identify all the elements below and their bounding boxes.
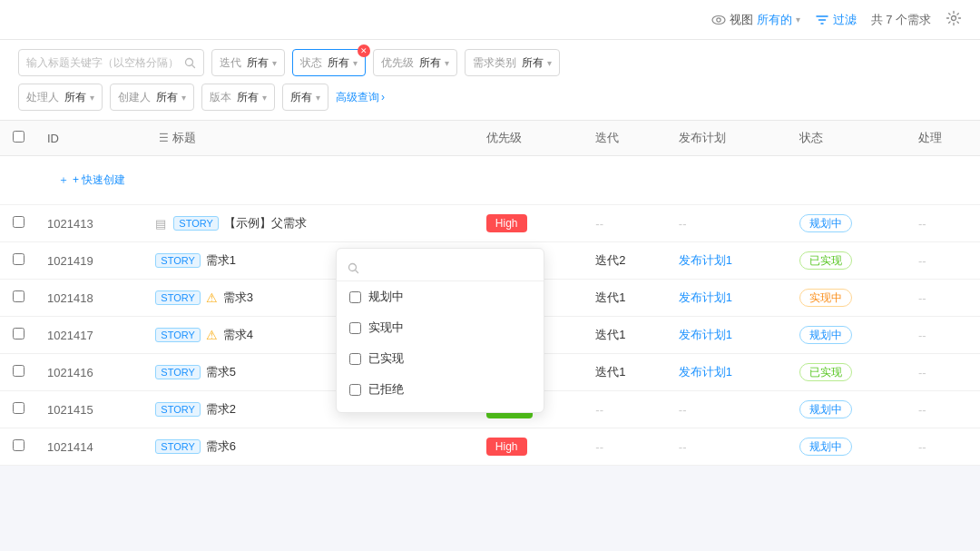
row-release: -- bbox=[668, 391, 789, 428]
row-status: 规划中 bbox=[789, 391, 907, 428]
story-badge: STORY bbox=[155, 328, 201, 342]
filter-button[interactable]: 过滤 bbox=[815, 12, 857, 28]
row-checkbox[interactable] bbox=[13, 402, 24, 414]
handler-arrow: ▾ bbox=[90, 93, 94, 103]
keyword-placeholder: 输入标题关键字（以空格分隔） bbox=[26, 55, 179, 71]
row-status: 规划中 bbox=[789, 317, 907, 354]
dropdown-search-input[interactable] bbox=[365, 261, 533, 275]
dropdown-option-label: 实现中 bbox=[368, 320, 404, 336]
row-priority: High bbox=[475, 428, 584, 466]
advanced-query-button[interactable]: 高级查询 › bbox=[336, 90, 385, 105]
dropdown-option-label: 已拒绝 bbox=[368, 381, 404, 398]
table-header: ID ☰ 标题 优先级 迭代 发布计划 状态 处理 bbox=[0, 121, 980, 156]
handler-filter[interactable]: 处理人 所有 ▾ bbox=[18, 84, 103, 111]
filter-label: 过滤 bbox=[833, 12, 857, 28]
row-status: 规划中 bbox=[789, 205, 907, 242]
requirements-table: ID ☰ 标题 优先级 迭代 发布计划 状态 处理 bbox=[0, 121, 980, 466]
row-release: 发布计划1 bbox=[668, 317, 789, 354]
quick-create-button[interactable]: ＋ + 快速创建 bbox=[47, 165, 969, 195]
row-checkbox[interactable] bbox=[13, 253, 24, 265]
top-bar: 视图 所有的 ▾ 过滤 共 7 个需求 bbox=[0, 0, 980, 40]
row-iteration: 迭代1 bbox=[584, 354, 668, 391]
creator-arrow: ▾ bbox=[181, 93, 186, 103]
type-value: 所有 bbox=[522, 55, 544, 71]
creator-filter[interactable]: 创建人 所有 ▾ bbox=[110, 84, 194, 111]
row-title-cell: STORY 需求6 bbox=[144, 428, 421, 466]
iteration-label: 迭代 bbox=[220, 55, 241, 71]
view-arrow: ▾ bbox=[796, 15, 800, 25]
handler-value: 所有 bbox=[64, 90, 86, 105]
row-title: 需求6 bbox=[206, 438, 236, 455]
select-all-checkbox[interactable] bbox=[13, 131, 24, 143]
col-spacer bbox=[421, 121, 475, 156]
dropdown-option[interactable]: 已拒绝 bbox=[337, 374, 544, 405]
gear-button[interactable] bbox=[946, 10, 962, 29]
keyword-input[interactable]: 输入标题关键字（以空格分隔） bbox=[18, 49, 204, 76]
row-iteration: 迭代2 bbox=[584, 242, 668, 280]
search-icon bbox=[184, 57, 196, 69]
iteration-arrow: ▾ bbox=[272, 58, 277, 68]
extra-filter[interactable]: 所有 ▾ bbox=[282, 84, 328, 111]
filter-row2: 处理人 所有 ▾ 创建人 所有 ▾ 版本 所有 ▾ 所有 ▾ 高级查询 › bbox=[18, 84, 962, 111]
status-filter[interactable]: 状态 所有 ▾ ✕ bbox=[292, 49, 366, 76]
quick-create-row[interactable]: ＋ + 快速创建 bbox=[0, 156, 980, 205]
dropdown-option[interactable]: 实现中 bbox=[337, 312, 544, 343]
type-filter[interactable]: 需求类别 所有 ▾ bbox=[465, 49, 560, 76]
row-status: 规划中 bbox=[789, 428, 907, 466]
svg-point-1 bbox=[716, 17, 720, 21]
row-checkbox[interactable] bbox=[13, 328, 24, 339]
row-checkbox[interactable] bbox=[13, 216, 24, 228]
col-handler: 处理 bbox=[907, 121, 980, 156]
row-release: 发布计划1 bbox=[668, 354, 789, 391]
row-title: 需求3 bbox=[223, 290, 253, 306]
row-checkbox[interactable] bbox=[13, 365, 24, 377]
story-badge: STORY bbox=[155, 290, 201, 305]
row-checkbox[interactable] bbox=[13, 290, 24, 302]
count-text: 共 7 个需求 bbox=[871, 12, 931, 28]
dropdown-option[interactable]: 已实现 bbox=[337, 343, 544, 374]
status-value: 所有 bbox=[328, 55, 349, 71]
dropdown-option-checkbox[interactable] bbox=[349, 322, 361, 334]
dropdown-option-checkbox[interactable] bbox=[349, 353, 361, 365]
col-id: ID bbox=[36, 121, 144, 156]
row-handler: -- bbox=[907, 242, 980, 280]
view-toggle[interactable]: 视图 所有的 ▾ bbox=[711, 12, 800, 28]
story-badge: STORY bbox=[155, 365, 201, 379]
row-handler: -- bbox=[907, 391, 980, 428]
dropdown-option-checkbox[interactable] bbox=[349, 291, 361, 303]
iteration-filter[interactable]: 迭代 所有 ▾ bbox=[211, 49, 285, 76]
dropdown-option[interactable]: 规划中 bbox=[337, 281, 544, 312]
col-release: 发布计划 bbox=[668, 121, 789, 156]
row-title: 需求2 bbox=[206, 401, 236, 418]
advanced-label: 高级查询 bbox=[336, 90, 379, 105]
row-id: 1021418 bbox=[36, 280, 144, 317]
row-id: 1021417 bbox=[36, 317, 144, 354]
status-arrow: ▾ bbox=[353, 58, 358, 68]
type-arrow: ▾ bbox=[547, 58, 552, 68]
quick-create-icon: ＋ bbox=[58, 172, 69, 188]
priority-filter[interactable]: 优先级 所有 ▾ bbox=[373, 49, 457, 76]
row-checkbox[interactable] bbox=[13, 439, 24, 451]
dropdown-option-checkbox[interactable] bbox=[349, 384, 361, 396]
expand-icon[interactable]: ▤ bbox=[155, 217, 166, 231]
status-clear-button[interactable]: ✕ bbox=[358, 44, 370, 57]
svg-point-0 bbox=[712, 15, 725, 24]
story-badge: STORY bbox=[173, 216, 219, 231]
svg-point-3 bbox=[186, 58, 193, 65]
row-id: 1021413 bbox=[36, 205, 144, 242]
row-status: 已实现 bbox=[789, 242, 907, 280]
dropdown-option-label: 已实现 bbox=[368, 350, 404, 367]
dropdown-search-icon bbox=[348, 262, 359, 274]
view-value: 所有的 bbox=[757, 12, 792, 28]
filter-area: 输入标题关键字（以空格分隔） 迭代 所有 ▾ 状态 所有 ▾ ✕ 优先级 所有 … bbox=[0, 40, 980, 121]
row-release: 发布计划1 bbox=[668, 280, 789, 317]
row-iteration: 迭代1 bbox=[584, 280, 668, 317]
title-col-icon: ☰ bbox=[159, 132, 169, 144]
type-label: 需求类别 bbox=[473, 55, 516, 71]
version-filter[interactable]: 版本 所有 ▾ bbox=[201, 84, 275, 111]
col-title: ☰ 标题 bbox=[144, 121, 421, 156]
warning-icon: ⚠ bbox=[206, 290, 218, 305]
status-dropdown: 规划中实现中已实现已拒绝 bbox=[336, 248, 544, 413]
row-release: 发布计划1 bbox=[668, 242, 789, 280]
row-id: 1021416 bbox=[36, 354, 144, 391]
